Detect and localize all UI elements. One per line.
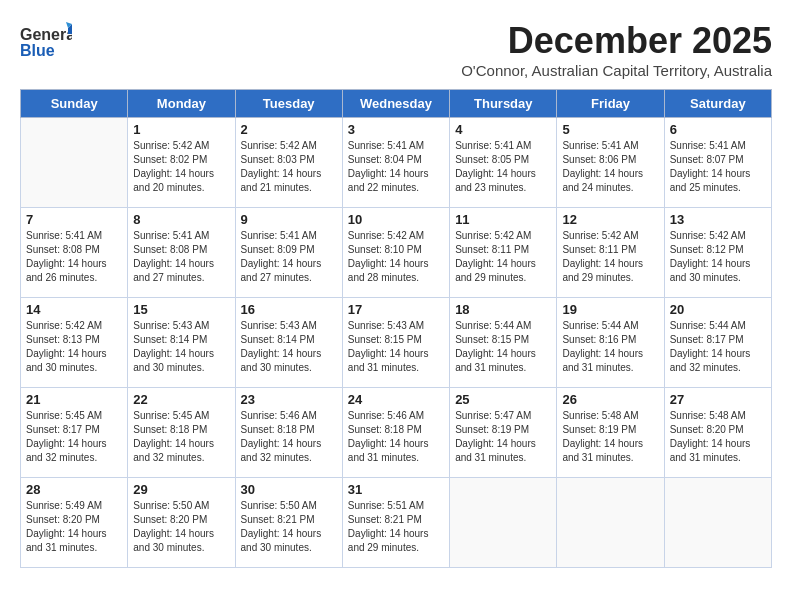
- cell-info: Sunrise: 5:44 AMSunset: 8:15 PMDaylight:…: [455, 319, 551, 375]
- cell-info: Sunrise: 5:46 AMSunset: 8:18 PMDaylight:…: [241, 409, 337, 465]
- day-number: 8: [133, 212, 229, 227]
- cell-info: Sunrise: 5:51 AMSunset: 8:21 PMDaylight:…: [348, 499, 444, 555]
- day-number: 17: [348, 302, 444, 317]
- day-number: 2: [241, 122, 337, 137]
- day-number: 18: [455, 302, 551, 317]
- calendar-cell: 9Sunrise: 5:41 AMSunset: 8:09 PMDaylight…: [235, 208, 342, 298]
- calendar-cell: [664, 478, 771, 568]
- cell-info: Sunrise: 5:45 AMSunset: 8:18 PMDaylight:…: [133, 409, 229, 465]
- calendar-cell: 23Sunrise: 5:46 AMSunset: 8:18 PMDayligh…: [235, 388, 342, 478]
- cell-info: Sunrise: 5:42 AMSunset: 8:10 PMDaylight:…: [348, 229, 444, 285]
- weekday-header: Monday: [128, 90, 235, 118]
- day-number: 5: [562, 122, 658, 137]
- calendar-cell: 5Sunrise: 5:41 AMSunset: 8:06 PMDaylight…: [557, 118, 664, 208]
- cell-info: Sunrise: 5:44 AMSunset: 8:17 PMDaylight:…: [670, 319, 766, 375]
- calendar-cell: 8Sunrise: 5:41 AMSunset: 8:08 PMDaylight…: [128, 208, 235, 298]
- cell-info: Sunrise: 5:44 AMSunset: 8:16 PMDaylight:…: [562, 319, 658, 375]
- cell-info: Sunrise: 5:41 AMSunset: 8:04 PMDaylight:…: [348, 139, 444, 195]
- calendar-cell: 12Sunrise: 5:42 AMSunset: 8:11 PMDayligh…: [557, 208, 664, 298]
- day-number: 4: [455, 122, 551, 137]
- calendar-cell: 2Sunrise: 5:42 AMSunset: 8:03 PMDaylight…: [235, 118, 342, 208]
- cell-info: Sunrise: 5:42 AMSunset: 8:11 PMDaylight:…: [455, 229, 551, 285]
- cell-info: Sunrise: 5:42 AMSunset: 8:12 PMDaylight:…: [670, 229, 766, 285]
- day-number: 10: [348, 212, 444, 227]
- weekday-header-row: SundayMondayTuesdayWednesdayThursdayFrid…: [21, 90, 772, 118]
- day-number: 30: [241, 482, 337, 497]
- cell-info: Sunrise: 5:42 AMSunset: 8:03 PMDaylight:…: [241, 139, 337, 195]
- day-number: 24: [348, 392, 444, 407]
- calendar-cell: 6Sunrise: 5:41 AMSunset: 8:07 PMDaylight…: [664, 118, 771, 208]
- cell-info: Sunrise: 5:42 AMSunset: 8:11 PMDaylight:…: [562, 229, 658, 285]
- calendar-cell: 24Sunrise: 5:46 AMSunset: 8:18 PMDayligh…: [342, 388, 449, 478]
- month-title: December 2025: [461, 20, 772, 62]
- cell-info: Sunrise: 5:48 AMSunset: 8:20 PMDaylight:…: [670, 409, 766, 465]
- calendar-cell: 28Sunrise: 5:49 AMSunset: 8:20 PMDayligh…: [21, 478, 128, 568]
- calendar-cell: 17Sunrise: 5:43 AMSunset: 8:15 PMDayligh…: [342, 298, 449, 388]
- cell-info: Sunrise: 5:41 AMSunset: 8:08 PMDaylight:…: [26, 229, 122, 285]
- weekday-header: Tuesday: [235, 90, 342, 118]
- calendar-cell: [557, 478, 664, 568]
- calendar-cell: 14Sunrise: 5:42 AMSunset: 8:13 PMDayligh…: [21, 298, 128, 388]
- calendar-cell: 19Sunrise: 5:44 AMSunset: 8:16 PMDayligh…: [557, 298, 664, 388]
- day-number: 19: [562, 302, 658, 317]
- calendar-cell: [450, 478, 557, 568]
- calendar-cell: 11Sunrise: 5:42 AMSunset: 8:11 PMDayligh…: [450, 208, 557, 298]
- calendar-week-row: 28Sunrise: 5:49 AMSunset: 8:20 PMDayligh…: [21, 478, 772, 568]
- day-number: 12: [562, 212, 658, 227]
- calendar-week-row: 21Sunrise: 5:45 AMSunset: 8:17 PMDayligh…: [21, 388, 772, 478]
- calendar-week-row: 7Sunrise: 5:41 AMSunset: 8:08 PMDaylight…: [21, 208, 772, 298]
- day-number: 11: [455, 212, 551, 227]
- calendar-cell: 29Sunrise: 5:50 AMSunset: 8:20 PMDayligh…: [128, 478, 235, 568]
- day-number: 27: [670, 392, 766, 407]
- cell-info: Sunrise: 5:41 AMSunset: 8:08 PMDaylight:…: [133, 229, 229, 285]
- calendar-cell: 7Sunrise: 5:41 AMSunset: 8:08 PMDaylight…: [21, 208, 128, 298]
- calendar-cell: 4Sunrise: 5:41 AMSunset: 8:05 PMDaylight…: [450, 118, 557, 208]
- day-number: 16: [241, 302, 337, 317]
- cell-info: Sunrise: 5:43 AMSunset: 8:14 PMDaylight:…: [241, 319, 337, 375]
- calendar-cell: 3Sunrise: 5:41 AMSunset: 8:04 PMDaylight…: [342, 118, 449, 208]
- cell-info: Sunrise: 5:41 AMSunset: 8:09 PMDaylight:…: [241, 229, 337, 285]
- calendar-cell: 26Sunrise: 5:48 AMSunset: 8:19 PMDayligh…: [557, 388, 664, 478]
- weekday-header: Wednesday: [342, 90, 449, 118]
- weekday-header: Thursday: [450, 90, 557, 118]
- weekday-header: Friday: [557, 90, 664, 118]
- day-number: 23: [241, 392, 337, 407]
- day-number: 21: [26, 392, 122, 407]
- day-number: 13: [670, 212, 766, 227]
- day-number: 25: [455, 392, 551, 407]
- cell-info: Sunrise: 5:42 AMSunset: 8:02 PMDaylight:…: [133, 139, 229, 195]
- cell-info: Sunrise: 5:50 AMSunset: 8:20 PMDaylight:…: [133, 499, 229, 555]
- calendar-cell: [21, 118, 128, 208]
- day-number: 7: [26, 212, 122, 227]
- calendar-cell: 13Sunrise: 5:42 AMSunset: 8:12 PMDayligh…: [664, 208, 771, 298]
- cell-info: Sunrise: 5:43 AMSunset: 8:15 PMDaylight:…: [348, 319, 444, 375]
- cell-info: Sunrise: 5:45 AMSunset: 8:17 PMDaylight:…: [26, 409, 122, 465]
- calendar-cell: 22Sunrise: 5:45 AMSunset: 8:18 PMDayligh…: [128, 388, 235, 478]
- calendar-cell: 10Sunrise: 5:42 AMSunset: 8:10 PMDayligh…: [342, 208, 449, 298]
- calendar-week-row: 14Sunrise: 5:42 AMSunset: 8:13 PMDayligh…: [21, 298, 772, 388]
- day-number: 22: [133, 392, 229, 407]
- header: General Blue December 2025 O'Connor, Aus…: [20, 20, 772, 79]
- day-number: 31: [348, 482, 444, 497]
- cell-info: Sunrise: 5:42 AMSunset: 8:13 PMDaylight:…: [26, 319, 122, 375]
- calendar-cell: 25Sunrise: 5:47 AMSunset: 8:19 PMDayligh…: [450, 388, 557, 478]
- day-number: 3: [348, 122, 444, 137]
- logo-icon: General Blue: [20, 20, 72, 62]
- svg-text:General: General: [20, 26, 72, 43]
- location-title: O'Connor, Australian Capital Territory, …: [461, 62, 772, 79]
- day-number: 9: [241, 212, 337, 227]
- calendar-cell: 30Sunrise: 5:50 AMSunset: 8:21 PMDayligh…: [235, 478, 342, 568]
- cell-info: Sunrise: 5:41 AMSunset: 8:05 PMDaylight:…: [455, 139, 551, 195]
- cell-info: Sunrise: 5:47 AMSunset: 8:19 PMDaylight:…: [455, 409, 551, 465]
- calendar-cell: 18Sunrise: 5:44 AMSunset: 8:15 PMDayligh…: [450, 298, 557, 388]
- calendar-cell: 20Sunrise: 5:44 AMSunset: 8:17 PMDayligh…: [664, 298, 771, 388]
- day-number: 1: [133, 122, 229, 137]
- calendar-cell: 21Sunrise: 5:45 AMSunset: 8:17 PMDayligh…: [21, 388, 128, 478]
- cell-info: Sunrise: 5:41 AMSunset: 8:07 PMDaylight:…: [670, 139, 766, 195]
- cell-info: Sunrise: 5:41 AMSunset: 8:06 PMDaylight:…: [562, 139, 658, 195]
- calendar-cell: 27Sunrise: 5:48 AMSunset: 8:20 PMDayligh…: [664, 388, 771, 478]
- calendar-cell: 15Sunrise: 5:43 AMSunset: 8:14 PMDayligh…: [128, 298, 235, 388]
- calendar-table: SundayMondayTuesdayWednesdayThursdayFrid…: [20, 89, 772, 568]
- calendar-week-row: 1Sunrise: 5:42 AMSunset: 8:02 PMDaylight…: [21, 118, 772, 208]
- logo: General Blue: [20, 20, 72, 66]
